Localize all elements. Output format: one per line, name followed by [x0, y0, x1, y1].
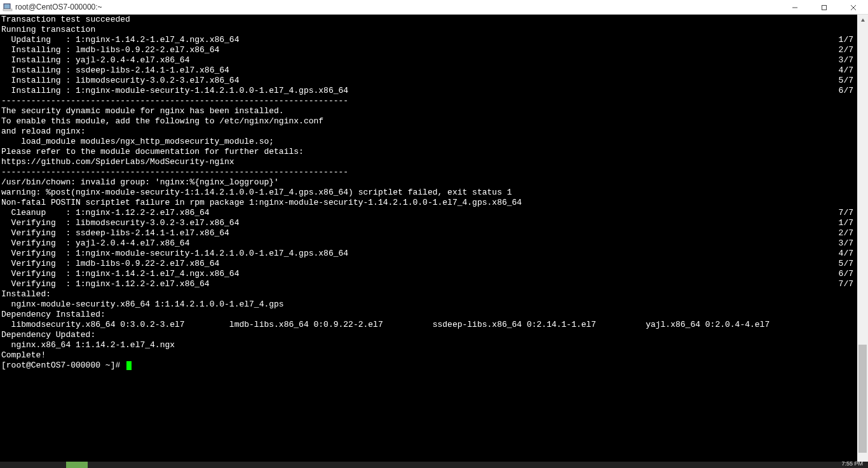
- scrollbar-thumb[interactable]: [858, 345, 867, 453]
- titlebar: root@CentOS7-000000:~: [0, 0, 868, 15]
- terminal-line: Running transaction: [1, 25, 856, 35]
- terminal-line: ----------------------------------------…: [1, 167, 856, 177]
- terminal-line: Please refer to the module documentation…: [1, 147, 856, 157]
- putty-icon: [3, 2, 13, 12]
- terminal-line: Installing : yajl-2.0.4-4.el7.x86_643/7: [1, 55, 856, 65]
- terminal-line: Installing : libmodsecurity-3.0.2-3.el7.…: [1, 76, 856, 86]
- terminal-line: Updating : 1:nginx-1.14.2-1.el7_4.ngx.x8…: [1, 35, 856, 45]
- terminal[interactable]: Transaction test succeededRunning transa…: [0, 15, 857, 468]
- terminal-line: Dependency Updated:: [1, 330, 856, 340]
- terminal-line: libmodsecurity.x86_64 0:3.0.2-3.el7 lmdb…: [1, 320, 856, 330]
- window-title: root@CentOS7-000000:~: [15, 3, 102, 11]
- shell-prompt: [root@CentOS7-000000 ~]#: [1, 361, 125, 371]
- terminal-line: https://github.com/SpiderLabs/ModSecurit…: [1, 157, 856, 167]
- terminal-line: Dependency Installed:: [1, 310, 856, 320]
- terminal-line: Non-fatal POSTIN scriptlet failure in rp…: [1, 198, 856, 208]
- maximize-button[interactable]: [810, 0, 839, 15]
- terminal-line: Complete!: [1, 350, 856, 361]
- vertical-scrollbar[interactable]: [857, 15, 868, 468]
- terminal-line: nginx.x86_64 1:1.14.2-1.el7_4.ngx: [1, 340, 856, 350]
- terminal-line: Installing : lmdb-libs-0.9.22-2.el7.x86_…: [1, 45, 856, 55]
- terminal-line: Verifying : libmodsecurity-3.0.2-3.el7.x…: [1, 218, 856, 228]
- cursor: [126, 361, 132, 370]
- svg-rect-1: [3, 9, 12, 11]
- terminal-line: and reload nginx:: [1, 127, 856, 137]
- minimize-button[interactable]: [780, 0, 810, 15]
- terminal-line: warning: %post(nginx-module-security-1:1…: [1, 188, 856, 198]
- terminal-line: Cleanup : 1:nginx-1.12.2-2.el7.x86_647/7: [1, 208, 856, 218]
- terminal-line: Verifying : 1:nginx-1.14.2-1.el7_4.ngx.x…: [1, 269, 856, 279]
- terminal-line: The security dynamic module for nginx ha…: [1, 106, 856, 116]
- terminal-line: ----------------------------------------…: [1, 96, 856, 106]
- terminal-line: Verifying : yajl-2.0.4-4.el7.x86_643/7: [1, 238, 856, 249]
- taskbar-active-indicator: [66, 462, 88, 468]
- taskbar: 7:55 PM: [0, 462, 868, 468]
- terminal-line: load_module modules/ngx_http_modsecurity…: [1, 137, 856, 147]
- terminal-line: Verifying : lmdb-libs-0.9.22-2.el7.x86_6…: [1, 259, 856, 269]
- close-button[interactable]: [839, 0, 868, 15]
- terminal-line: /usr/bin/chown: invalid group: 'nginx:%{…: [1, 177, 856, 188]
- terminal-container: Transaction test succeededRunning transa…: [0, 15, 868, 468]
- terminal-line: Verifying : 1:nginx-module-security-1.14…: [1, 249, 856, 259]
- terminal-line: Installing : 1:nginx-module-security-1.1…: [1, 86, 856, 96]
- terminal-line: Installing : ssdeep-libs-2.14.1-1.el7.x8…: [1, 65, 856, 76]
- terminal-line: nginx-module-security.x86_64 1:1.14.2.1.…: [1, 299, 856, 310]
- svg-marker-6: [861, 18, 865, 22]
- terminal-line: Transaction test succeeded: [1, 15, 856, 25]
- scroll-up-button[interactable]: [857, 15, 868, 25]
- prompt-line[interactable]: [root@CentOS7-000000 ~]#: [1, 361, 856, 371]
- taskbar-clock: 7:55 PM: [841, 460, 863, 467]
- terminal-line: To enable this module, add the following…: [1, 116, 856, 127]
- window-controls: [780, 0, 868, 15]
- svg-rect-3: [822, 5, 827, 10]
- terminal-line: Verifying : ssdeep-libs-2.14.1-1.el7.x86…: [1, 228, 856, 238]
- terminal-line: Installed:: [1, 289, 856, 299]
- terminal-line: Verifying : 1:nginx-1.12.2-2.el7.x86_647…: [1, 279, 856, 289]
- svg-rect-0: [4, 4, 10, 9]
- scrollbar-track[interactable]: [857, 25, 868, 457]
